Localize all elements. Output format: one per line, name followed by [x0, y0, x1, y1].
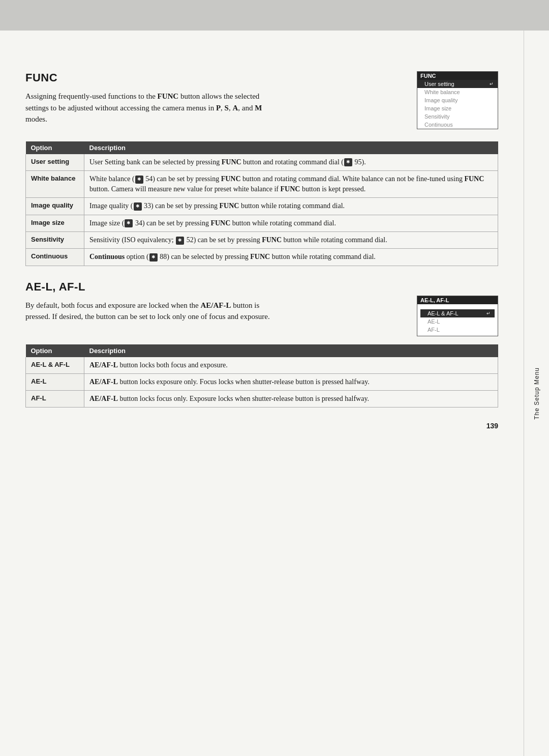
page-content: FUNC Assigning frequently-used functions… — [0, 51, 524, 756]
ae-row3-option: AF-L — [26, 391, 84, 408]
func-row1-desc: User Setting bank can be selected by pre… — [84, 154, 498, 171]
page-number: 139 — [486, 422, 498, 430]
func-col1-header: Option — [26, 141, 84, 154]
ae-title: AE-L, AF-L — [25, 280, 405, 294]
ae-row1-option: AE-L & AF-L — [26, 357, 84, 374]
func-row4-option: Image size — [26, 215, 84, 231]
page-footer: 139 — [25, 422, 498, 430]
ae-row2-option: AE-L — [26, 373, 84, 390]
func-row5-desc: Sensitivity (ISO equivalency; 52) can be… — [84, 231, 498, 248]
top-bar — [0, 0, 549, 31]
func-menu: FUNC User setting White balance Image qu… — [417, 71, 498, 129]
ref-icon — [135, 176, 143, 184]
ae-intro: By default, both focus and exposure are … — [25, 300, 280, 323]
ae-menu-aelafl[interactable]: AE-L & AF-L — [420, 309, 495, 317]
func-menu-user-setting[interactable]: User setting — [417, 80, 498, 88]
ref-icon — [344, 158, 352, 166]
func-menu-sensitivity[interactable]: Sensitivity — [417, 112, 498, 121]
ae-menu-title: AE-L, AF-L — [417, 296, 498, 304]
table-row: User setting User Setting bank can be se… — [26, 154, 498, 171]
func-menu-white-balance[interactable]: White balance — [417, 88, 498, 96]
func-col2-header: Description — [84, 141, 498, 154]
table-row: AE-L & AF-L AE/AF-L button locks both fo… — [26, 357, 498, 374]
ae-camera-menu: AE-L, AF-L AE-L & AF-L AE-L AF-L — [417, 296, 498, 336]
table-row: Image quality Image quality ( 33) can be… — [26, 198, 498, 215]
func-row6-option: Continuous — [26, 249, 84, 266]
func-title: FUNC — [25, 71, 405, 84]
func-camera-menu: FUNC User setting White balance Image qu… — [417, 71, 498, 129]
func-row1-option: User setting — [26, 154, 84, 171]
func-intro-col: FUNC Assigning frequently-used functions… — [25, 71, 405, 133]
right-sidebar: The Setup Menu — [524, 31, 549, 756]
ae-row3-desc: AE/AF-L button locks focus only. Exposur… — [84, 391, 498, 408]
func-menu-image-quality[interactable]: Image quality — [417, 96, 498, 104]
ae-table: Option Description AE-L & AF-L AE/AF-L b… — [25, 344, 498, 408]
func-menu-title: FUNC — [417, 72, 498, 80]
ref-icon — [134, 202, 142, 211]
func-section: FUNC Assigning frequently-used functions… — [25, 71, 498, 133]
ref-icon — [125, 219, 133, 227]
ae-row2-desc: AE/AF-L button locks exposure only. Focu… — [84, 373, 498, 390]
ae-menu: AE-L, AF-L AE-L & AF-L AE-L AF-L — [417, 280, 498, 336]
ae-col2-header: Description — [84, 344, 498, 357]
ref-icon — [176, 237, 184, 245]
func-row2-option: White balance — [26, 170, 84, 198]
ae-menu-afl[interactable]: AF-L — [420, 326, 495, 334]
func-row4-desc: Image size ( 34) can be set by pressing … — [84, 215, 498, 231]
ae-section: AE-L, AF-L By default, both focus and ex… — [25, 280, 498, 336]
table-row: Continuous Continuous option ( 88) can b… — [26, 249, 498, 266]
table-row: White balance White balance ( 54) can be… — [26, 170, 498, 198]
func-row3-desc: Image quality ( 33) can be set by pressi… — [84, 198, 498, 215]
func-intro: Assigning frequently-used functions to t… — [25, 91, 280, 125]
table-row: Image size Image size ( 34) can be set b… — [26, 215, 498, 231]
func-row3-option: Image quality — [26, 198, 84, 215]
func-row6-desc: Continuous option ( 88) can be selected … — [84, 249, 498, 266]
table-row: AF-L AE/AF-L button locks focus only. Ex… — [26, 391, 498, 408]
table-row: Sensitivity Sensitivity (ISO equivalency… — [26, 231, 498, 248]
func-menu-continuous[interactable]: Continuous — [417, 121, 498, 129]
ae-row1-desc: AE/AF-L button locks both focus and expo… — [84, 357, 498, 374]
ae-col1-header: Option — [26, 344, 84, 357]
func-menu-image-size[interactable]: Image size — [417, 104, 498, 112]
sidebar-label: The Setup Menu — [533, 367, 540, 420]
ae-intro-col: AE-L, AF-L By default, both focus and ex… — [25, 280, 405, 331]
func-row2-desc: White balance ( 54) can be set by pressi… — [84, 170, 498, 198]
func-row5-option: Sensitivity — [26, 231, 84, 248]
func-table: Option Description User setting User Set… — [25, 141, 498, 266]
table-row: AE-L AE/AF-L button locks exposure only.… — [26, 373, 498, 390]
ae-menu-ael[interactable]: AE-L — [420, 317, 495, 326]
ref-icon — [149, 253, 158, 261]
